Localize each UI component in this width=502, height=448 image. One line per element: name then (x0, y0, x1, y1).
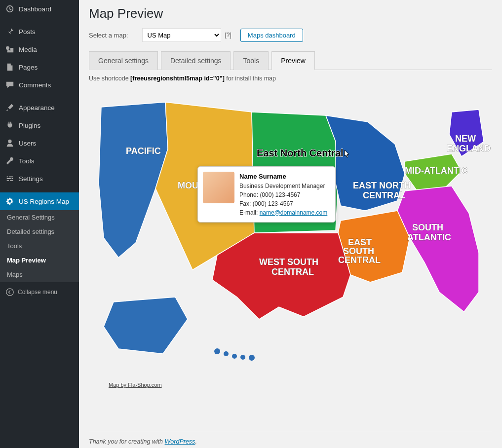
sidebar-label: Settings (19, 175, 43, 183)
settings-tabs: General settings Detailed settings Tools… (89, 51, 492, 70)
sidebar-label: Media (19, 46, 37, 53)
tooltip-role: Business Development Manager (239, 182, 327, 190)
sidebar-item-media[interactable]: Media (0, 40, 79, 58)
sidebar-item-comments[interactable]: Comments (0, 76, 79, 94)
tooltip-info: Name Surname Business Development Manage… (239, 172, 327, 217)
tab-general-settings[interactable]: General settings (89, 51, 158, 70)
svg-point-2 (224, 351, 229, 356)
sidebar-label: Dashboard (19, 5, 51, 13)
tab-detailed-settings[interactable]: Detailed settings (161, 51, 231, 70)
sub-detailed-settings[interactable]: Detailed settings (0, 224, 79, 239)
sidebar-submenu: General Settings Detailed settings Tools… (0, 210, 79, 282)
sidebar-label: Pages (19, 64, 38, 71)
help-link[interactable]: [?] (225, 32, 232, 38)
svg-point-0 (6, 289, 13, 296)
sidebar-item-us-regions-map[interactable]: US Regions Map (0, 192, 79, 210)
collapse-label: Collapse menu (18, 289, 57, 296)
tooltip-name: Name Surname (239, 172, 327, 182)
sub-tools[interactable]: Tools (0, 239, 79, 253)
tooltip-avatar (203, 172, 234, 203)
map-preview-area: PACIFIC MOUNTAIN East North Central EAST… (89, 85, 492, 401)
sidebar-item-pages[interactable]: Pages (0, 58, 79, 76)
svg-point-5 (249, 355, 255, 361)
pin-icon (5, 27, 15, 37)
sidebar-item-posts[interactable]: Posts (0, 23, 79, 40)
svg-point-4 (240, 355, 245, 360)
sidebar-item-tools[interactable]: Tools (0, 152, 79, 170)
comment-icon (5, 80, 15, 90)
tab-preview[interactable]: Preview (271, 51, 315, 70)
map-select[interactable]: US Map (142, 28, 221, 42)
page-icon (5, 62, 15, 72)
sidebar-label: Comments (19, 81, 51, 89)
page-title: Map Preview (89, 6, 492, 21)
tab-tools[interactable]: Tools (233, 51, 269, 70)
collapse-icon (5, 287, 15, 297)
shortcode-instruction: Use shortcode [freeusregionshtml5map id=… (89, 75, 492, 82)
sidebar-item-settings[interactable]: Settings (0, 170, 79, 187)
tooltip-email: E-mail: name@domainname.com (239, 208, 327, 217)
select-map-label: Select a map: (89, 32, 128, 39)
region-label-ma: MID-ATLANTIC (405, 166, 468, 176)
map-select-row: Select a map: US Map [?] Maps dashboard (89, 28, 492, 42)
footer-wordpress-link[interactable]: WordPress (165, 438, 195, 445)
tooltip-phone: Phone: (000) 123-4567 (239, 190, 327, 199)
sidebar-label: Tools (19, 157, 35, 165)
dashboard-icon (5, 4, 15, 14)
region-label-pacific: PACIFIC (126, 146, 161, 156)
region-tooltip: Name Surname Business Development Manage… (197, 166, 336, 223)
tooltip-email-link[interactable]: name@domainname.com (260, 209, 328, 216)
sidebar-label: Appearance (19, 104, 55, 112)
sidebar-label: US Regions Map (19, 198, 69, 205)
brush-icon (5, 103, 15, 112)
sub-maps[interactable]: Maps (0, 267, 79, 282)
us-regions-map[interactable]: PACIFIC MOUNTAIN East North Central EAST… (89, 85, 494, 401)
sidebar-item-dashboard[interactable]: Dashboard (0, 0, 79, 18)
media-icon (5, 44, 15, 54)
gear-icon (5, 196, 15, 206)
main-content: Map Preview Select a map: US Map [?] Map… (79, 0, 502, 448)
sidebar-label: Plugins (19, 122, 40, 129)
svg-point-1 (214, 348, 220, 354)
user-icon (5, 138, 15, 148)
admin-footer: Thank you for creating with WordPress. (89, 431, 492, 445)
sidebar-item-appearance[interactable]: Appearance (0, 99, 79, 116)
tooltip-fax: Fax: (000) 123-4567 (239, 199, 327, 208)
sidebar-label: Users (19, 140, 36, 147)
sidebar-item-users[interactable]: Users (0, 134, 79, 152)
svg-point-3 (232, 354, 237, 359)
sidebar-label: Posts (19, 28, 36, 36)
admin-sidebar: Dashboard Posts Media Pages Comments App… (0, 0, 79, 448)
map-credit-link[interactable]: Map by Fla-Shop.com (109, 382, 162, 388)
plug-icon (5, 120, 15, 130)
sub-general-settings[interactable]: General Settings (0, 210, 79, 224)
sidebar-item-plugins[interactable]: Plugins (0, 116, 79, 134)
wrench-icon (5, 156, 15, 166)
region-hover-label: East North Central (257, 148, 344, 158)
collapse-menu-button[interactable]: Collapse menu (0, 282, 79, 302)
sliders-icon (5, 174, 15, 184)
sub-map-preview[interactable]: Map Preview (0, 253, 79, 267)
maps-dashboard-button[interactable]: Maps dashboard (240, 29, 303, 42)
